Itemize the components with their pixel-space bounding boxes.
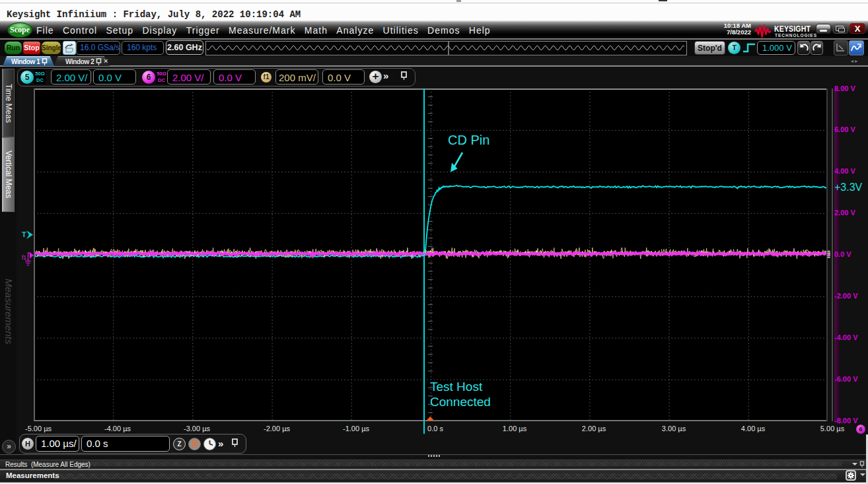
svg-text:Connected: Connected bbox=[430, 395, 491, 409]
svg-text:f1: f1 bbox=[22, 254, 26, 261]
svg-text:T: T bbox=[22, 230, 26, 238]
svg-text:CD Pin: CD Pin bbox=[448, 133, 489, 147]
svg-text:Test Host: Test Host bbox=[430, 380, 483, 394]
